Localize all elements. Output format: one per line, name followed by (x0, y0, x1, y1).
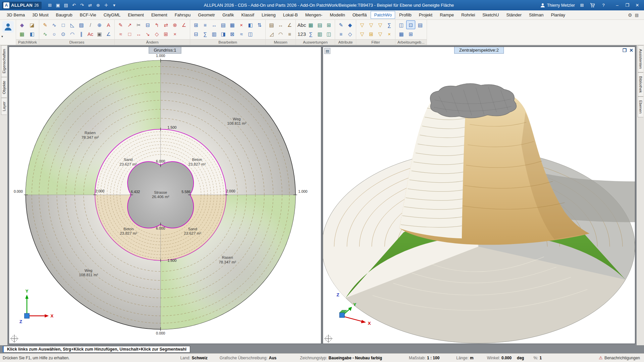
palette-tab[interactable]: Ebenen (638, 97, 643, 117)
status-winkel-einheit[interactable]: deg (517, 356, 524, 360)
attr-pencil-icon[interactable]: ✎ (336, 20, 345, 29)
table-icon[interactable]: ▤ (219, 20, 228, 29)
filter-minus-icon[interactable]: ▽ (376, 20, 385, 29)
parallel-icon[interactable]: ∥ (77, 29, 86, 38)
window-tiles-icon[interactable]: ⊞ (46, 2, 54, 9)
viewport-title-zentralperspektive[interactable]: Zentralperspektive:2 (454, 47, 504, 54)
menu-item[interactable]: Grafik (219, 11, 237, 19)
subtract-icon[interactable]: ⊟ (143, 20, 152, 29)
plan-canvas[interactable]: Rasen 78.347 m² Weg 108.811 m² Sand 23.6… (9, 47, 321, 344)
menu-item[interactable]: Fahrspu (171, 11, 194, 19)
menu-item[interactable]: Planlay (547, 11, 569, 19)
menu-item[interactable]: Klassif (238, 11, 258, 19)
viewport-grundriss[interactable]: Rasen 78.347 m² Weg 108.811 m² Sand 23.6… (9, 47, 321, 344)
workspace-panel-icon[interactable]: ▤ (416, 20, 425, 29)
diamond-icon[interactable]: ◇ (152, 29, 161, 38)
patchwork-surface-icon[interactable]: ◆ (17, 20, 26, 29)
workspace-window-icon[interactable]: ⊞ (406, 29, 415, 38)
patchwork-plane-icon[interactable]: ◧ (28, 29, 37, 38)
sum-icon[interactable]: ∑ (201, 29, 210, 38)
right-half-icon[interactable]: ◨ (219, 29, 228, 38)
delete-icon[interactable]: × (237, 20, 246, 29)
point-icon[interactable]: ⊙ (59, 29, 68, 38)
modify-pencil-icon[interactable]: ✎ (116, 20, 125, 29)
menu-item[interactable]: CityGML (100, 11, 124, 19)
menu-item[interactable]: Modelln (326, 11, 348, 19)
viewport-properties-icon[interactable]: ▤ (324, 48, 330, 54)
angle-edit-icon[interactable]: ∠ (179, 20, 189, 29)
redo-icon[interactable]: ↷ (78, 2, 86, 9)
attr-tag-icon[interactable]: ◇ (345, 29, 355, 38)
grid-edit-icon[interactable]: ⊞ (161, 29, 170, 38)
maximize-button[interactable]: ❐ (623, 2, 632, 9)
more-dropdown-icon[interactable]: ▾ (111, 2, 118, 9)
grid-icon[interactable]: ▦ (228, 20, 237, 29)
menu-item[interactable]: Linieng (258, 11, 279, 19)
ribbon-settings-gear-icon[interactable]: ⚙ (628, 12, 632, 18)
area-measure-icon[interactable]: ◿ (267, 29, 276, 38)
numbers-icon[interactable]: 123 (297, 29, 306, 38)
attr-diamond-icon[interactable]: ◆ (345, 20, 355, 29)
approx-edit-icon[interactable]: ≈ (237, 29, 246, 38)
menu-item[interactable]: Projekt (416, 11, 436, 19)
wave-icon[interactable]: ∿ (50, 20, 59, 29)
corner-icon[interactable]: ↰ (152, 20, 161, 29)
abc-icon[interactable]: Abc (297, 20, 306, 29)
menu-item[interactable]: Element (148, 11, 171, 19)
menu-item[interactable]: 3D Must (29, 11, 52, 19)
filter-edit-icon[interactable]: ▽ (358, 20, 367, 29)
box-icon[interactable]: ▣ (95, 29, 104, 38)
menu-item[interactable]: Rohrlei (458, 11, 478, 19)
coords-icon[interactable]: ≡ (285, 29, 294, 38)
triangle-icon[interactable]: ◺ (68, 20, 77, 29)
viewport-title-grundriss[interactable]: Grundriss:1 (149, 47, 181, 54)
palette-tab[interactable]: Layer (1, 98, 7, 115)
status-laenge[interactable]: Länge: m (456, 356, 473, 360)
mirror-icon[interactable]: ↔ (210, 20, 219, 29)
scissors-icon[interactable]: ✂ (134, 20, 143, 29)
menu-item[interactable]: Element (124, 11, 147, 19)
shop-cart-icon[interactable] (589, 2, 596, 9)
status-massstab[interactable]: Maßstab: 1 : 100 (409, 356, 439, 360)
swap-icon[interactable]: ⇄ (87, 2, 94, 9)
connect-grid-icon[interactable]: ⊞ (578, 2, 586, 9)
status-prozent[interactable]: %: 1 (533, 356, 542, 360)
circle-icon[interactable]: ○ (50, 29, 59, 38)
filter-view-icon[interactable]: ▽ (376, 29, 385, 38)
filter-clear-icon[interactable]: × (385, 29, 394, 38)
pencil-icon[interactable]: ✎ (41, 20, 50, 29)
menu-item[interactable]: Baugrub (53, 11, 76, 19)
palette-tab[interactable]: Assistenten (638, 45, 643, 72)
close-button[interactable]: ✕ (633, 2, 642, 9)
filter-add-icon[interactable]: ▽ (358, 29, 367, 38)
status-zeichnungstyp[interactable]: Zeichnungstyp: Baueingabe - Neubau farbi… (300, 356, 382, 360)
zoom-region-icon[interactable]: ⊡ (406, 20, 415, 29)
angle-icon[interactable]: ∠ (104, 29, 113, 38)
workspace-grid-icon[interactable]: ▦ (397, 29, 406, 38)
palette-tab[interactable]: Objekte (1, 77, 7, 98)
menu-item[interactable]: Stilman (526, 11, 547, 19)
minimize-button[interactable]: – (612, 2, 622, 9)
status-winkel[interactable]: Winkel: 0.000 (487, 356, 512, 360)
menu-item[interactable]: SketchU (479, 11, 502, 19)
move-icon[interactable]: ↔ (134, 29, 143, 38)
menu-item[interactable]: Lokal-B (280, 11, 301, 19)
ruler-icon[interactable]: ▤ (267, 20, 276, 29)
status-grafische-ueberschreibung[interactable]: Grafische Überschreibung: Aus (220, 356, 276, 360)
menu-item[interactable]: 3D Bema (3, 11, 28, 19)
sum-report-icon[interactable]: ∑ (306, 29, 315, 38)
rectangle-icon[interactable]: □ (59, 20, 68, 29)
perspective-canvas[interactable]: Z Y X (323, 47, 635, 344)
viewport-restore-icon[interactable]: ❐ (623, 48, 627, 53)
patchwork-texture-icon[interactable]: ◪ (28, 20, 37, 29)
menu-item[interactable]: Geometr (195, 11, 218, 19)
distance-icon[interactable]: ↔ (276, 20, 285, 29)
resize-icon[interactable]: ↘ (143, 29, 152, 38)
text-a-icon[interactable]: A (104, 20, 113, 29)
menu-item[interactable]: Rampe (436, 11, 457, 19)
approx-icon[interactable]: ≈ (116, 29, 125, 38)
ribbon-layout-icon[interactable]: ▤ (635, 13, 639, 17)
hatch-icon[interactable]: ▨ (77, 20, 86, 29)
column-report-icon[interactable]: ◫ (324, 29, 333, 38)
viewport-zentralperspektive[interactable]: Z Y X ▤ Zentralperspektive:2 ❐ (323, 47, 635, 344)
